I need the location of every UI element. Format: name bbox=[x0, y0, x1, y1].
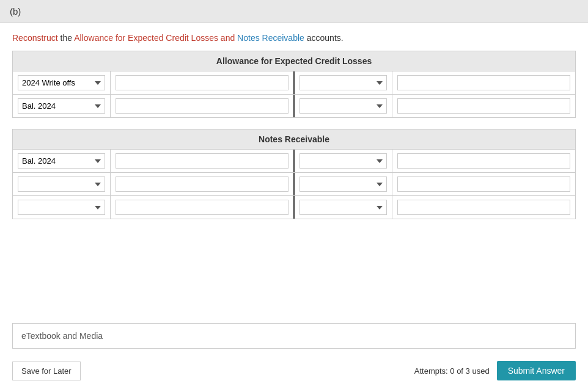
instruction-accounts: accounts. bbox=[304, 33, 344, 43]
instruction-notes: Notes Receivable bbox=[237, 33, 304, 43]
allowance-table-body: 2024 Write offs Bal. 2024 Bad Debt Expen… bbox=[13, 71, 575, 117]
notes-row3-left-input-cell bbox=[111, 196, 293, 219]
notes-row2-right-input-cell bbox=[392, 173, 575, 195]
notes-row-3: Bal. 2024 2024 Write offs Bad Debt Expen… bbox=[13, 196, 575, 219]
allowance-row2-left: Bal. 2024 2024 Write offs Bad Debt Expen… bbox=[13, 95, 295, 117]
notes-row1-left: Bal. 2024 ​ 2024 Write offs Bad Debt Exp… bbox=[13, 150, 295, 172]
allowance-row2-right-dropdown-cell: 2024 Write offs Bal. 2024 Bad Debt Expen… bbox=[295, 95, 392, 117]
notes-row2-left-dropdown-cell: Bal. 2024 2024 Write offs Bad Debt Expen… bbox=[13, 173, 111, 195]
notes-row1-right: Bal. 2024 2024 Write offs Bad Debt Expen… bbox=[295, 150, 575, 172]
footer-right: Attempts: 0 of 3 used Submit Answer bbox=[414, 361, 576, 380]
notes-row2-right-dropdown[interactable]: Bal. 2024 2024 Write offs Bad Debt Expen… bbox=[300, 176, 387, 192]
instruction-and: and bbox=[218, 33, 237, 43]
notes-row2-right-dropdown-cell: Bal. 2024 2024 Write offs Bad Debt Expen… bbox=[295, 173, 392, 195]
notes-row-1: Bal. 2024 ​ 2024 Write offs Bad Debt Exp… bbox=[13, 150, 575, 173]
allowance-row2-left-input-cell bbox=[111, 95, 293, 117]
notes-row3-left-input[interactable] bbox=[116, 200, 288, 215]
notes-table-header: Notes Receivable bbox=[13, 129, 575, 150]
notes-row3-right-input[interactable] bbox=[397, 200, 570, 215]
allowance-row1-right-dropdown[interactable]: 2024 Write offs Bal. 2024 Bad Debt Expen… bbox=[300, 75, 387, 90]
notes-row3-right-dropdown-cell: Bal. 2024 2024 Write offs Bad Debt Expen… bbox=[295, 196, 392, 219]
notes-row3-right-dropdown[interactable]: Bal. 2024 2024 Write offs Bad Debt Expen… bbox=[300, 200, 387, 215]
allowance-row1-left-dropdown[interactable]: 2024 Write offs Bal. 2024 Bad Debt Expen… bbox=[18, 75, 105, 90]
notes-row3-left-dropdown-cell: Bal. 2024 2024 Write offs Bad Debt Expen… bbox=[13, 196, 111, 219]
allowance-row2-left-dropdown-cell: Bal. 2024 2024 Write offs Bad Debt Expen… bbox=[13, 95, 111, 117]
allowance-row1-left-dropdown-cell: 2024 Write offs Bal. 2024 Bad Debt Expen… bbox=[13, 71, 111, 94]
allowance-row1-right-dropdown-cell: 2024 Write offs Bal. 2024 Bad Debt Expen… bbox=[295, 71, 392, 94]
notes-row1-left-input[interactable] bbox=[116, 153, 288, 169]
notes-row1-right-dropdown[interactable]: Bal. 2024 2024 Write offs Bad Debt Expen… bbox=[300, 153, 387, 169]
allowance-row1-left-input[interactable] bbox=[116, 75, 288, 90]
etextbook-bar: eTextbook and Media bbox=[12, 323, 576, 349]
allowance-row2-right-input[interactable] bbox=[397, 98, 570, 114]
instruction-reconstruct: Reconstruct bbox=[12, 33, 58, 43]
allowance-row1-left: 2024 Write offs Bal. 2024 Bad Debt Expen… bbox=[13, 71, 295, 94]
notes-row2-left-input-cell bbox=[111, 173, 293, 195]
allowance-row-1: 2024 Write offs Bal. 2024 Bad Debt Expen… bbox=[13, 71, 575, 95]
instruction-the: the bbox=[58, 33, 74, 43]
notes-table-body: Bal. 2024 ​ 2024 Write offs Bad Debt Exp… bbox=[13, 150, 575, 219]
part-label: (b) bbox=[0, 0, 588, 23]
allowance-row1-right-input-cell bbox=[392, 71, 575, 94]
allowance-row1-right: 2024 Write offs Bal. 2024 Bad Debt Expen… bbox=[295, 71, 575, 94]
save-later-button[interactable]: Save for Later bbox=[12, 362, 81, 380]
notes-row1-right-input-cell bbox=[392, 150, 575, 172]
allowance-table-header: Allowance for Expected Credit Losses bbox=[13, 51, 575, 71]
notes-row2-left-input[interactable] bbox=[116, 176, 288, 192]
notes-row3-left: Bal. 2024 2024 Write offs Bad Debt Expen… bbox=[13, 196, 295, 219]
allowance-row1-right-input[interactable] bbox=[397, 75, 570, 90]
allowance-row2-right: 2024 Write offs Bal. 2024 Bad Debt Expen… bbox=[295, 95, 575, 117]
allowance-row2-right-dropdown[interactable]: 2024 Write offs Bal. 2024 Bad Debt Expen… bbox=[300, 98, 387, 114]
submit-answer-button[interactable]: Submit Answer bbox=[497, 361, 576, 380]
notes-row-2: Bal. 2024 2024 Write offs Bad Debt Expen… bbox=[13, 173, 575, 196]
allowance-row-2: Bal. 2024 2024 Write offs Bad Debt Expen… bbox=[13, 95, 575, 117]
notes-row3-right: Bal. 2024 2024 Write offs Bad Debt Expen… bbox=[295, 196, 575, 219]
notes-row3-left-dropdown[interactable]: Bal. 2024 2024 Write offs Bad Debt Expen… bbox=[18, 200, 105, 215]
allowance-row2-right-input-cell bbox=[392, 95, 575, 117]
notes-row2-right: Bal. 2024 2024 Write offs Bad Debt Expen… bbox=[295, 173, 575, 195]
notes-row2-left-dropdown[interactable]: Bal. 2024 2024 Write offs Bad Debt Expen… bbox=[18, 176, 105, 192]
notes-row2-right-input[interactable] bbox=[397, 176, 570, 192]
notes-table: Notes Receivable Bal. 2024 ​ 2024 Write … bbox=[12, 129, 576, 219]
notes-row1-right-input[interactable] bbox=[397, 153, 570, 169]
allowance-row2-left-dropdown[interactable]: Bal. 2024 2024 Write offs Bad Debt Expen… bbox=[18, 98, 105, 114]
notes-row1-left-dropdown[interactable]: Bal. 2024 ​ 2024 Write offs Bad Debt Exp… bbox=[18, 153, 105, 169]
notes-row2-left: Bal. 2024 2024 Write offs Bad Debt Expen… bbox=[13, 173, 295, 195]
allowance-table: Allowance for Expected Credit Losses 202… bbox=[12, 51, 576, 118]
instructions: Reconstruct the Allowance for Expected C… bbox=[0, 23, 588, 51]
allowance-row2-left-input[interactable] bbox=[116, 98, 288, 114]
allowance-row1-left-input-cell bbox=[111, 71, 293, 94]
instruction-allowance: Allowance for Expected Credit Losses bbox=[74, 33, 218, 43]
notes-row1-right-dropdown-cell: Bal. 2024 2024 Write offs Bad Debt Expen… bbox=[295, 150, 392, 172]
notes-row1-left-dropdown-cell: Bal. 2024 ​ 2024 Write offs Bad Debt Exp… bbox=[13, 150, 111, 172]
attempts-text: Attempts: 0 of 3 used bbox=[414, 366, 490, 376]
notes-row1-left-input-cell bbox=[111, 150, 293, 172]
notes-row3-right-input-cell bbox=[392, 196, 575, 219]
footer-bar: Save for Later Attempts: 0 of 3 used Sub… bbox=[0, 355, 588, 389]
